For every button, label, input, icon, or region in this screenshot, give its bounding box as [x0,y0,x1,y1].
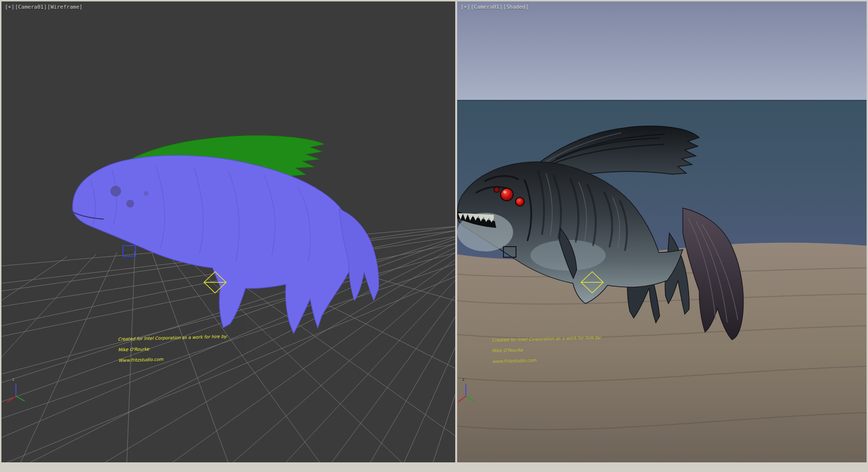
viewport-shading-button[interactable]: [Wireframe] [47,4,82,10]
fish-eye-spot-small [126,200,134,208]
axis-z-label: z [12,377,14,382]
viewport-shading-button[interactable]: [Shaded] [503,4,529,10]
window-bottom-edge [0,462,868,472]
fish-eye-main-highlight [503,191,506,194]
viewport-label-right: [+] [Camera01] [Shaded] [461,4,529,10]
viewport-camera-button[interactable]: [Camera01] [471,4,502,10]
axis-z-label: z [462,377,464,382]
viewport-label-left: [+] [Camera01] [Wireframe] [5,4,82,10]
fish-eye-small [494,187,500,193]
viewport-wireframe[interactable]: [+] [Camera01] [Wireframe] [1,1,455,462]
viewport-shaded[interactable]: [+] [Camera01] [Shaded] [457,1,867,462]
horizon-line [457,100,867,101]
fish-eye-spot-large [110,186,121,196]
scene-credit-text: Created for Intel Corporation as a work … [118,334,228,363]
viewport-menu-button[interactable]: [+] [461,4,470,10]
fish-eye-secondary [515,197,524,206]
world-axis-tripod [7,384,25,402]
sky [457,1,867,101]
viewport-camera-button[interactable]: [Camera01] [15,4,47,10]
fish-eye-main [501,188,513,201]
shaded-scene [457,1,867,462]
window-chrome: [+] [Camera01] [Wireframe] [0,0,868,472]
scene-credit-text: Created for Intel Corporation as a work … [491,335,602,364]
viewport-menu-button[interactable]: [+] [5,4,14,10]
fish-body-wire[interactable] [73,155,379,333]
fish-eye-spot-faint [144,191,149,196]
wireframe-scene [1,1,455,462]
